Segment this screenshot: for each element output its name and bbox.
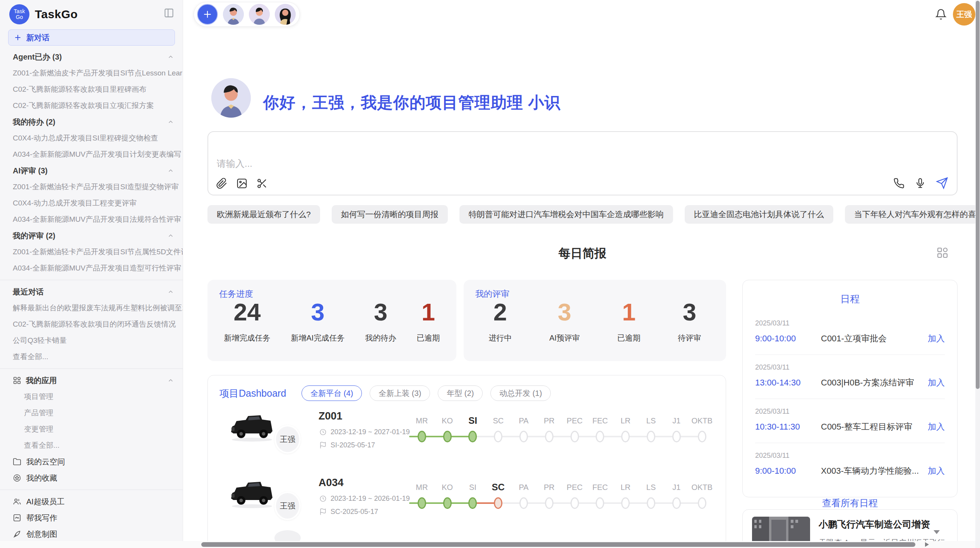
milestone-dot[interactable] bbox=[494, 431, 502, 442]
milestone-dot[interactable] bbox=[647, 497, 655, 509]
milestone-dot[interactable] bbox=[571, 431, 579, 442]
stat-item[interactable]: 24 新增完成任务 bbox=[224, 300, 271, 343]
sidebar-collapse-icon[interactable] bbox=[164, 8, 174, 18]
scroll-right-arrow[interactable] bbox=[925, 542, 929, 547]
sidebar-item-writing-helper[interactable]: 帮我写作 bbox=[0, 510, 183, 526]
suggestion-chip[interactable]: 特朗普可能对进口汽车增税会对中国车企造成哪些影响 bbox=[459, 205, 673, 224]
dashboard-filter-pill[interactable]: 动总开发 (1) bbox=[490, 385, 551, 401]
stat-item[interactable]: 3 我的待办 bbox=[365, 300, 396, 343]
microphone-icon[interactable] bbox=[915, 178, 926, 189]
milestone-dot[interactable] bbox=[418, 497, 426, 509]
join-meeting-link[interactable]: 加入 bbox=[928, 333, 945, 344]
milestone-dot[interactable] bbox=[647, 431, 655, 442]
sidebar-task-item[interactable]: Z001-全新燃油轻卡产品开发项目SI节点属性5D文件评审 bbox=[0, 244, 183, 260]
briefing-layout-icon[interactable] bbox=[936, 247, 949, 259]
image-upload-icon[interactable] bbox=[236, 178, 248, 189]
milestone-dot[interactable] bbox=[596, 497, 604, 509]
sidebar-task-item[interactable]: A034-全新新能源MUV产品开发项目计划变更表编写 bbox=[0, 146, 183, 163]
assistant-avatar-3[interactable] bbox=[275, 4, 296, 25]
scroll-down-indicator[interactable] bbox=[934, 530, 940, 534]
sidebar-task-item[interactable]: C02-飞腾新能源轻客改款项目立项汇报方案 bbox=[0, 98, 183, 114]
sidebar-item-creative-drawing[interactable]: 创意制图 bbox=[0, 526, 183, 542]
scissors-icon[interactable] bbox=[256, 178, 268, 189]
sidebar-item-ai-staff[interactable]: AI超级员工 bbox=[0, 493, 183, 510]
milestone-dot[interactable] bbox=[545, 431, 553, 442]
join-meeting-link[interactable]: 加入 bbox=[928, 377, 945, 389]
sidebar-task-item[interactable]: Z001-全新燃油轻卡产品开发项目SI造型提交物评审 bbox=[0, 179, 183, 195]
project-row[interactable]: 王强 Z001 2023-12-19 ~ 2027-01-19 SI-2025-… bbox=[208, 406, 726, 468]
milestone-dot[interactable] bbox=[468, 497, 477, 509]
project-row[interactable]: 王强 A034 2023-12-19 ~ 2026-01-19 SC-2025-… bbox=[208, 473, 726, 534]
dashboard-filter-pill[interactable]: 全新平台 (4) bbox=[302, 385, 362, 401]
stat-item[interactable]: 3 待评审 bbox=[678, 300, 701, 343]
sidebar-item-favorites[interactable]: 我的收藏 bbox=[0, 470, 183, 486]
milestone-dot[interactable] bbox=[698, 497, 706, 509]
assistant-avatar-2[interactable] bbox=[249, 4, 270, 25]
stat-item[interactable]: 1 已逾期 bbox=[617, 300, 641, 343]
section-recent-chats[interactable]: 最近对话 bbox=[0, 284, 183, 300]
recent-chat-item[interactable]: 公司Q3轻卡销量 bbox=[0, 332, 183, 349]
stat-item[interactable]: 2 进行中 bbox=[488, 300, 512, 343]
send-icon[interactable] bbox=[936, 177, 948, 189]
sidebar-task-item[interactable]: A034-全新新能源MUV产品开发项目法规符合性评审 bbox=[0, 211, 183, 228]
view-all-schedule-link[interactable]: 查看所有日程 bbox=[755, 497, 945, 509]
sidebar-item-cloud-space[interactable]: 我的云空间 bbox=[0, 454, 183, 470]
milestone-dot[interactable] bbox=[443, 431, 452, 442]
chat-input-card[interactable]: 请输入... bbox=[207, 131, 958, 195]
new-chat-button[interactable]: 新对话 bbox=[8, 29, 175, 46]
section-ai-review[interactable]: AI评审 (3) bbox=[0, 163, 183, 179]
milestone-dot[interactable] bbox=[494, 497, 502, 509]
app-item[interactable]: 产品管理 bbox=[0, 405, 183, 421]
user-avatar[interactable]: 王强 bbox=[953, 3, 975, 26]
join-meeting-link[interactable]: 加入 bbox=[928, 421, 945, 433]
milestone-dot[interactable] bbox=[418, 431, 426, 442]
sidebar-task-item[interactable]: C0X4-动力总成开发项目SI里程碑提交物检查 bbox=[0, 130, 183, 146]
milestone-dot[interactable] bbox=[621, 431, 630, 442]
app-item[interactable]: 查看全部... bbox=[0, 437, 183, 454]
milestone-dot[interactable] bbox=[596, 431, 604, 442]
stat-item[interactable]: 1 已逾期 bbox=[416, 300, 440, 343]
sidebar-task-item[interactable]: C02-飞腾新能源轻客改款项目里程碑画布 bbox=[0, 81, 183, 98]
milestone-dot[interactable] bbox=[468, 431, 477, 442]
section-my-todo[interactable]: 我的待办 (2) bbox=[0, 114, 183, 130]
dashboard-title: 项目Dashboard bbox=[219, 387, 286, 400]
milestone-dot[interactable] bbox=[443, 497, 452, 509]
section-agent-done[interactable]: Agent已办 (3) bbox=[0, 49, 183, 65]
sidebar-task-item[interactable]: A034-全新新能源MUV产品开发项目造型可行性评审 bbox=[0, 260, 183, 276]
recent-chat-item[interactable]: 查看全部... bbox=[0, 349, 183, 365]
milestone-dot[interactable] bbox=[672, 497, 681, 509]
suggestion-chip[interactable]: 比亚迪全固态电池计划具体说了什么 bbox=[685, 205, 833, 224]
milestone-dot[interactable] bbox=[545, 497, 553, 509]
sidebar-task-item[interactable]: C0X4-动力总成开发项目工程变更评审 bbox=[0, 195, 183, 211]
section-my-apps[interactable]: 我的应用 bbox=[0, 372, 183, 389]
milestone-dot[interactable] bbox=[571, 497, 579, 509]
recent-chat-item[interactable]: C02-飞腾新能源轻客改款项目的闭环通告反馈情况 bbox=[0, 316, 183, 332]
dashboard-filter-pill[interactable]: 全新上装 (3) bbox=[370, 385, 430, 401]
phone-call-icon[interactable] bbox=[893, 178, 905, 189]
stat-item[interactable]: 3 AI预评审 bbox=[549, 300, 580, 343]
vertical-scrollbar-thumb[interactable] bbox=[976, 1, 980, 389]
milestone-dot[interactable] bbox=[698, 431, 706, 442]
milestone-dot[interactable] bbox=[519, 497, 528, 509]
paperclip-icon[interactable] bbox=[216, 178, 228, 189]
add-assistant-button[interactable] bbox=[197, 4, 218, 25]
suggestion-chip[interactable]: 如何写一份清晰的项目周报 bbox=[332, 205, 448, 224]
app-item[interactable]: 变更管理 bbox=[0, 421, 183, 437]
horizontal-scrollbar-thumb[interactable] bbox=[201, 542, 915, 547]
dashboard-filter-pill[interactable]: 年型 (2) bbox=[438, 385, 483, 401]
app-item[interactable]: 项目管理 bbox=[0, 389, 183, 405]
assistant-avatar-1[interactable] bbox=[223, 4, 244, 25]
milestone-dot[interactable] bbox=[672, 431, 681, 442]
recent-chat-item[interactable]: 解释最新出台的欧盟报废车法规再生塑料比例被调至15%... bbox=[0, 300, 183, 316]
notifications-bell-icon[interactable] bbox=[935, 9, 947, 20]
horizontal-scrollbar[interactable] bbox=[0, 541, 980, 548]
vertical-scrollbar[interactable] bbox=[975, 0, 980, 548]
milestone-dot[interactable] bbox=[621, 497, 630, 509]
stat-item[interactable]: 3 新增AI完成任务 bbox=[291, 300, 345, 343]
milestone-dot[interactable] bbox=[519, 431, 528, 442]
sidebar-task-item[interactable]: Z001-全新燃油皮卡产品开发项目SI节点Lesson Learn报告 bbox=[0, 65, 183, 81]
join-meeting-link[interactable]: 加入 bbox=[928, 465, 945, 477]
section-my-review[interactable]: 我的评审 (2) bbox=[0, 228, 183, 244]
suggestion-chip[interactable]: 欧洲新规最近颁布了什么? bbox=[207, 205, 320, 224]
suggestion-chip[interactable]: 当下年轻人对汽车外观有怎样的喜好趋势 bbox=[845, 205, 980, 224]
